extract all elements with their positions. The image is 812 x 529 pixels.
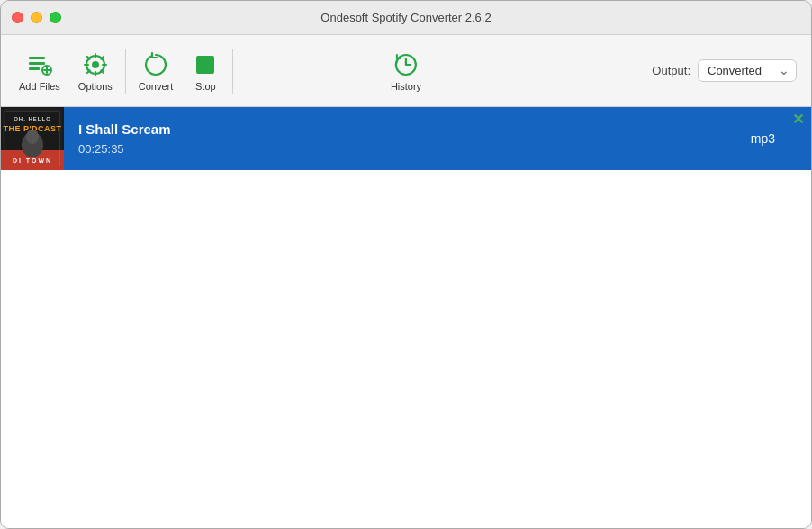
history-button[interactable]: History (382, 45, 430, 97)
minimize-button[interactable] (31, 12, 42, 23)
maximize-button[interactable] (50, 12, 61, 23)
svg-rect-16 (196, 56, 214, 74)
window-controls (12, 12, 61, 23)
output-label: Output: (652, 64, 690, 77)
options-button[interactable]: Options (69, 45, 122, 97)
add-files-icon (25, 50, 54, 79)
output-area: Output: Converted Desktop Documents Down… (652, 59, 797, 82)
podcast-art: OH, HELLO THE P'DCAST DI TOWN (1, 107, 64, 170)
svg-text:THE P'DCAST: THE P'DCAST (3, 124, 61, 133)
svg-rect-0 (29, 57, 45, 59)
svg-point-23 (22, 132, 43, 157)
add-files-button[interactable]: Add Files (10, 45, 69, 97)
stop-label: Stop (195, 81, 216, 92)
svg-point-24 (26, 130, 39, 144)
stop-button[interactable]: Stop (182, 45, 229, 97)
track-duration: 00:25:35 (78, 142, 797, 156)
svg-rect-2 (29, 67, 40, 70)
add-files-label: Add Files (19, 81, 60, 92)
toolbar-separator-1 (125, 49, 126, 94)
options-icon (81, 50, 110, 79)
output-select[interactable]: Converted Desktop Documents Downloads (698, 59, 797, 82)
convert-label: Convert (139, 81, 174, 92)
window-title: Ondesoft Spotify Converter 2.6.2 (320, 11, 491, 24)
svg-rect-20 (1, 150, 64, 170)
stop-icon (191, 50, 220, 79)
history-icon (392, 50, 420, 79)
history-label: History (391, 81, 421, 92)
track-format: mp3 (751, 131, 775, 146)
output-select-wrapper: Converted Desktop Documents Downloads (698, 59, 797, 82)
track-info: I Shall Scream 00:25:35 (64, 114, 811, 163)
close-button[interactable] (12, 12, 23, 23)
svg-rect-18 (1, 107, 64, 170)
toolbar-separator-2 (232, 49, 233, 94)
svg-text:OH, HELLO: OH, HELLO (14, 116, 51, 121)
svg-point-7 (92, 61, 99, 68)
convert-button[interactable]: Convert (130, 45, 183, 97)
svg-rect-19 (4, 110, 61, 167)
toolbar-center-group: History (382, 45, 430, 97)
track-close-button[interactable]: ✕ (792, 112, 804, 127)
track-title: I Shall Scream (78, 121, 797, 137)
svg-text:DI TOWN: DI TOWN (13, 157, 52, 164)
table-row: OH, HELLO THE P'DCAST DI TOWN I Shall Sc… (1, 107, 811, 170)
title-bar: Ondesoft Spotify Converter 2.6.2 (1, 1, 811, 35)
svg-rect-1 (29, 62, 45, 65)
content-area: OH, HELLO THE P'DCAST DI TOWN I Shall Sc… (1, 107, 811, 529)
options-label: Options (78, 81, 113, 92)
convert-icon (141, 50, 170, 79)
toolbar: Add Files Options (1, 35, 811, 107)
track-thumbnail: OH, HELLO THE P'DCAST DI TOWN (1, 107, 64, 170)
